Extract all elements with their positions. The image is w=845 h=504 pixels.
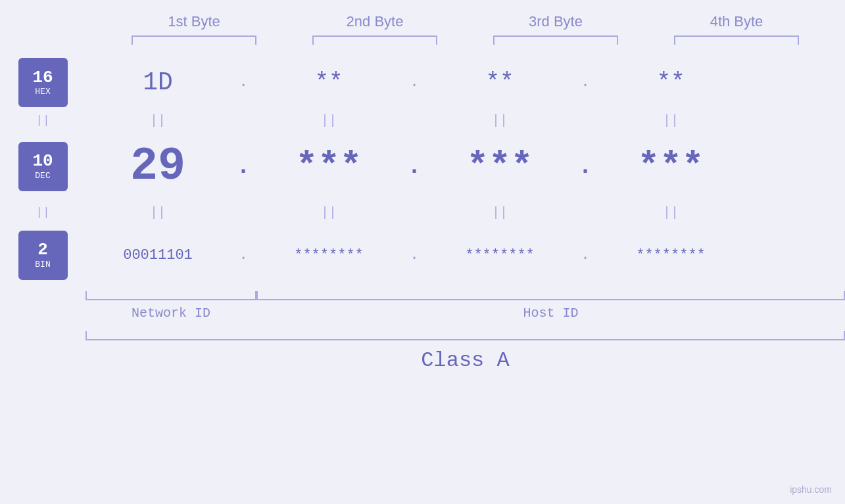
bin-badge-row: 2 BIN <box>18 225 68 285</box>
arrow2-byte1: || <box>85 205 230 220</box>
dec-dot3: . <box>572 153 598 180</box>
left-col: 16 HEX || 10 DEC || <box>0 58 85 373</box>
arrow1-byte3: || <box>427 113 572 128</box>
bin-byte3: ******** <box>427 247 572 263</box>
dec-badge-label: DEC <box>35 171 50 181</box>
byte-headers: 1st Byte 2nd Byte 3rd Byte 4th Byte <box>104 13 827 30</box>
hex-badge-row: 16 HEX <box>18 58 68 107</box>
badge-arrow-1: || <box>36 107 50 133</box>
dec-dot1: . <box>230 153 256 180</box>
arrow1-byte2: || <box>256 113 401 128</box>
bin-byte2: ******** <box>256 247 401 263</box>
bin-byte1: 00011101 <box>85 247 230 263</box>
bottom-labels: Network ID Host ID <box>85 306 845 321</box>
full-layout: 16 HEX || 10 DEC || <box>0 58 845 373</box>
bin-badge-number: 2 <box>37 241 48 260</box>
badge-arrow-2: || <box>36 199 50 225</box>
dec-byte3: *** <box>427 145 572 187</box>
arrow2-byte2: || <box>256 205 401 220</box>
arrow1-byte4: || <box>598 113 743 128</box>
byte2-header: 2nd Byte <box>302 13 447 30</box>
bin-byte4: ******** <box>598 247 743 263</box>
hex-dot3: . <box>572 74 598 91</box>
dec-byte2: *** <box>256 145 401 187</box>
byte4-header: 4th Byte <box>664 13 809 30</box>
hex-byte3: ** <box>427 69 572 96</box>
main-container: 1st Byte 2nd Byte 3rd Byte 4th Byte 16 H… <box>0 0 845 504</box>
dec-byte4: *** <box>598 145 743 187</box>
hex-badge: 16 HEX <box>18 58 68 107</box>
bin-dot3: . <box>572 247 598 263</box>
hex-data-row: 1D . ** . ** . ** <box>85 58 845 107</box>
bottom-brackets <box>85 291 845 300</box>
byte3-header: 3rd Byte <box>483 13 628 30</box>
bin-data-row: 00011101 . ******** . ******** . *******… <box>85 225 845 285</box>
dec-dot2: . <box>401 153 427 180</box>
hex-byte2: ** <box>256 69 401 96</box>
host-id-label: Host ID <box>256 306 845 321</box>
bin-badge-label: BIN <box>35 260 50 269</box>
arrow-symbol-2: || <box>36 206 50 219</box>
network-id-label: Network ID <box>85 306 256 321</box>
hex-badge-label: HEX <box>35 87 50 97</box>
arrow2-byte3: || <box>427 205 572 220</box>
dec-data-row: 29 . *** . *** . *** <box>85 133 845 199</box>
dec-badge-row: 10 DEC <box>18 133 68 199</box>
hex-dot1: . <box>230 74 256 91</box>
bin-badge: 2 BIN <box>18 231 68 280</box>
bracket-byte4 <box>674 35 799 45</box>
dec-byte1: 29 <box>85 141 230 193</box>
host-bracket <box>256 291 845 300</box>
dec-badge-number: 10 <box>32 152 53 171</box>
network-bracket <box>85 291 256 300</box>
hex-badge-number: 16 <box>32 68 53 87</box>
arrow1-byte1: || <box>85 113 230 128</box>
arrows-row-1: || || || || <box>85 107 845 133</box>
bin-dot1: . <box>230 247 256 263</box>
bracket-byte1 <box>132 35 256 45</box>
class-label: Class A <box>85 348 845 373</box>
arrow-symbol-1: || <box>36 114 50 127</box>
hex-byte1: 1D <box>85 68 230 97</box>
arrow2-byte4: || <box>598 205 743 220</box>
bracket-byte3 <box>493 35 618 45</box>
byte1-header: 1st Byte <box>122 13 266 30</box>
bin-dot2: . <box>401 247 427 263</box>
right-col: 1D . ** . ** . ** || || <box>85 58 845 373</box>
arrows-row-2: || || || || <box>85 199 845 225</box>
top-brackets <box>104 35 827 45</box>
hex-dot2: . <box>401 74 427 91</box>
watermark: ipshu.com <box>790 484 832 495</box>
class-bracket <box>85 331 845 340</box>
dec-badge: 10 DEC <box>18 142 68 191</box>
hex-byte4: ** <box>598 69 743 96</box>
bracket-byte2 <box>312 35 437 45</box>
